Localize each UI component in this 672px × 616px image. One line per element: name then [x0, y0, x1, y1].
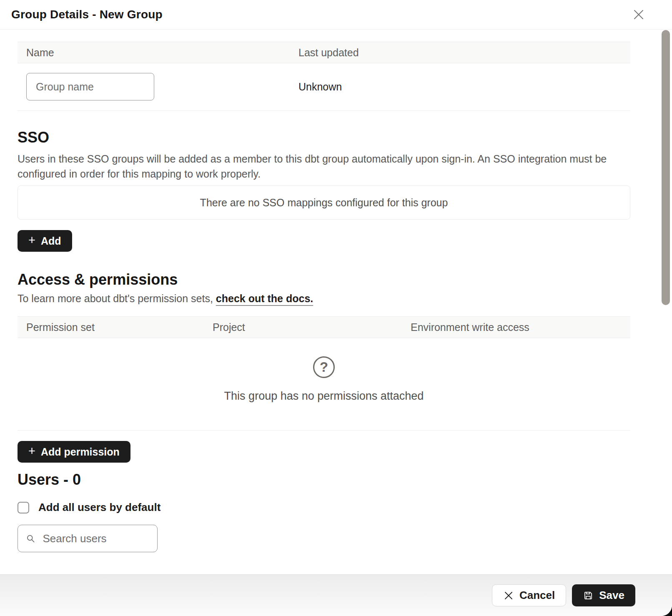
sso-description: Users in these SSO groups will be added … — [18, 151, 630, 181]
docs-line-prefix: To learn more about dbt's permission set… — [18, 293, 216, 304]
search-icon — [26, 533, 35, 544]
modal-title: Group Details - New Group — [11, 8, 163, 21]
permissions-docs-line: To learn more about dbt's permission set… — [18, 293, 630, 305]
save-button-label: Save — [599, 589, 624, 602]
add-sso-button-label: Add — [41, 235, 61, 247]
sso-empty-state: There are no SSO mappings configured for… — [18, 185, 630, 220]
permissions-section: Access & permissions To learn more about… — [18, 271, 630, 463]
close-button[interactable] — [629, 5, 648, 24]
plus-icon: + — [28, 234, 35, 246]
column-header-environment-write-access: Environment write access — [402, 321, 630, 333]
column-header-permission-set: Permission set — [18, 321, 204, 333]
sso-section: SSO Users in these SSO groups will be ad… — [18, 129, 630, 252]
add-all-users-checkbox[interactable] — [18, 502, 29, 513]
permissions-heading: Access & permissions — [18, 271, 630, 288]
scrollbar-thumb[interactable] — [662, 30, 670, 305]
save-icon — [583, 590, 594, 601]
users-section: Users - 0 Add all users by default — [18, 471, 630, 552]
column-header-last-updated: Last updated — [290, 47, 630, 59]
add-all-users-label: Add all users by default — [38, 501, 160, 514]
add-permission-button-label: Add permission — [41, 446, 120, 458]
permissions-empty-message: This group has no permissions attached — [18, 390, 630, 403]
column-header-name: Name — [18, 47, 290, 59]
question-mark-icon: ? — [313, 356, 335, 378]
users-heading: Users - 0 — [18, 471, 630, 488]
plus-icon: + — [28, 445, 35, 457]
cancel-button-label: Cancel — [519, 589, 555, 602]
name-table-row: Unknown — [18, 63, 630, 111]
column-header-project: Project — [204, 321, 402, 333]
cancel-x-icon — [503, 590, 514, 601]
add-all-users-row: Add all users by default — [18, 501, 630, 514]
modal-header: Group Details - New Group — [0, 0, 672, 30]
search-users-box — [18, 525, 158, 552]
close-icon — [632, 8, 645, 21]
modal-footer: Cancel Save — [0, 574, 672, 616]
cancel-button[interactable]: Cancel — [492, 584, 566, 606]
group-details-modal: Group Details - New Group Name Last upda… — [0, 0, 672, 616]
save-button[interactable]: Save — [572, 584, 635, 606]
group-name-section: Name Last updated Unknown — [18, 42, 630, 111]
permissions-table-header-row: Permission set Project Environment write… — [18, 316, 630, 338]
name-table-header-row: Name Last updated — [18, 42, 630, 63]
add-sso-mapping-button[interactable]: + Add — [18, 230, 72, 252]
last-updated-value: Unknown — [290, 81, 630, 93]
sso-heading: SSO — [18, 129, 630, 146]
group-name-input[interactable] — [26, 73, 154, 100]
docs-link[interactable]: check out the docs. — [216, 293, 313, 304]
add-permission-button[interactable]: + Add permission — [18, 441, 130, 463]
modal-body: Name Last updated Unknown SSO Users in t… — [0, 30, 672, 574]
question-mark-glyph: ? — [320, 359, 328, 375]
sso-empty-message: There are no SSO mappings configured for… — [200, 197, 448, 209]
permissions-empty-state: ? This group has no permissions attached — [18, 338, 630, 431]
search-users-input[interactable] — [42, 532, 149, 546]
